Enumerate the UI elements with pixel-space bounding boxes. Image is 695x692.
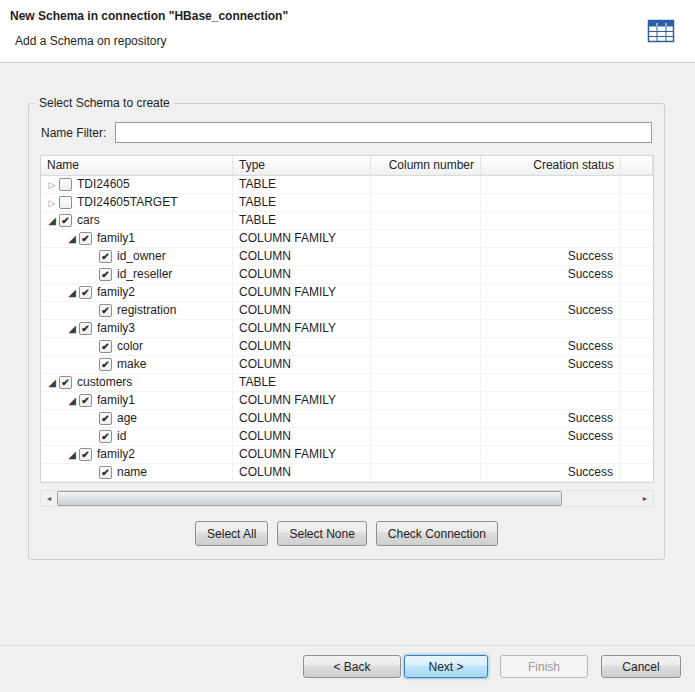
tree-expanded-arrow-icon[interactable]: ◢ — [65, 321, 79, 337]
row-spacer — [621, 266, 653, 283]
scroll-right-arrow-icon[interactable]: ► — [637, 491, 653, 506]
row-creation-status: Success — [481, 428, 621, 445]
row-checkbox[interactable]: ✔ — [99, 340, 112, 353]
row-creation-status: Success — [481, 464, 621, 481]
table-row[interactable]: ✔colorCOLUMNSuccess — [41, 338, 653, 356]
tree-expanded-arrow-icon[interactable]: ◢ — [65, 285, 79, 301]
row-name-label: family1 — [97, 392, 135, 409]
row-checkbox[interactable]: ✔ — [99, 466, 112, 479]
table-row[interactable]: ◢✔family3COLUMN FAMILY — [41, 320, 653, 338]
row-column-number — [371, 446, 481, 463]
row-checkbox[interactable] — [59, 196, 72, 209]
row-spacer — [621, 392, 653, 409]
row-creation-status: Success — [481, 302, 621, 319]
table-row[interactable]: ✔ageCOLUMNSuccess — [41, 410, 653, 428]
table-row[interactable]: ◢✔family1COLUMN FAMILY — [41, 230, 653, 248]
column-header-name[interactable]: Name — [41, 156, 233, 175]
row-name-label: make — [117, 356, 146, 373]
row-creation-status: Success — [481, 248, 621, 265]
tree-collapsed-arrow-icon[interactable]: ▷ — [45, 195, 59, 211]
table-row[interactable]: ◢✔family2COLUMN FAMILY — [41, 446, 653, 464]
row-column-number — [371, 194, 481, 211]
row-checkbox[interactable]: ✔ — [99, 250, 112, 263]
table-row[interactable]: ✔nameCOLUMNSuccess — [41, 464, 653, 482]
row-spacer — [621, 194, 653, 211]
row-checkbox[interactable]: ✔ — [79, 394, 92, 407]
table-row[interactable]: ◢✔family1COLUMN FAMILY — [41, 392, 653, 410]
row-spacer — [621, 302, 653, 319]
row-checkbox[interactable]: ✔ — [79, 286, 92, 299]
scrollbar-track[interactable] — [57, 491, 637, 506]
next-button[interactable]: Next > — [404, 655, 488, 678]
column-header-spacer[interactable] — [621, 156, 653, 175]
dialog-title: New Schema in connection "HBase_connecti… — [10, 9, 288, 23]
row-column-number — [371, 428, 481, 445]
column-header-column-number[interactable]: Column number — [371, 156, 481, 175]
cancel-button[interactable]: Cancel — [601, 655, 681, 678]
select-all-button[interactable]: Select All — [195, 521, 268, 546]
column-header-creation-status[interactable]: Creation status — [481, 156, 621, 175]
tree-expanded-arrow-icon[interactable]: ◢ — [45, 213, 59, 229]
row-column-number — [371, 464, 481, 481]
row-checkbox[interactable]: ✔ — [79, 448, 92, 461]
select-none-button[interactable]: Select None — [277, 521, 366, 546]
row-checkbox[interactable]: ✔ — [99, 304, 112, 317]
row-creation-status — [481, 320, 621, 337]
check-connection-button[interactable]: Check Connection — [376, 521, 498, 546]
table-row[interactable]: ▷TDI24605TABLE — [41, 176, 653, 194]
name-cell: ✔make — [41, 356, 233, 373]
name-filter-input[interactable] — [115, 122, 652, 143]
horizontal-scrollbar[interactable]: ◄ ► — [40, 490, 654, 507]
finish-button[interactable]: Finish — [500, 655, 588, 678]
new-schema-wizard-dialog: New Schema in connection "HBase_connecti… — [0, 0, 695, 692]
row-column-number — [371, 410, 481, 427]
table-row[interactable]: ✔registrationCOLUMNSuccess — [41, 302, 653, 320]
row-checkbox[interactable]: ✔ — [59, 214, 72, 227]
row-spacer — [621, 212, 653, 229]
table-row[interactable]: ◢✔customersTABLE — [41, 374, 653, 392]
back-button[interactable]: < Back — [303, 655, 401, 678]
scroll-left-arrow-icon[interactable]: ◄ — [41, 491, 57, 506]
row-spacer — [621, 356, 653, 373]
column-header-type[interactable]: Type — [233, 156, 371, 175]
row-column-number — [371, 212, 481, 229]
row-column-number — [371, 176, 481, 193]
row-checkbox[interactable]: ✔ — [99, 430, 112, 443]
table-row[interactable]: ▷TDI24605TARGETTABLE — [41, 194, 653, 212]
tree-collapsed-arrow-icon[interactable]: ▷ — [45, 177, 59, 193]
group-title: Select Schema to create — [35, 96, 174, 110]
table-row[interactable]: ◢✔carsTABLE — [41, 212, 653, 230]
row-type: COLUMN FAMILY — [233, 392, 371, 409]
table-row[interactable]: ✔id_ownerCOLUMNSuccess — [41, 248, 653, 266]
row-column-number — [371, 248, 481, 265]
name-cell: ✔color — [41, 338, 233, 355]
name-cell: ◢✔family2 — [41, 284, 233, 301]
tree-expanded-arrow-icon[interactable]: ◢ — [65, 231, 79, 247]
row-checkbox[interactable]: ✔ — [99, 358, 112, 371]
row-name-label: id_owner — [117, 248, 166, 265]
tree-expanded-arrow-icon[interactable]: ◢ — [45, 375, 59, 391]
row-checkbox[interactable]: ✔ — [99, 412, 112, 425]
name-cell: ✔id — [41, 428, 233, 445]
row-spacer — [621, 230, 653, 247]
tree-expanded-arrow-icon[interactable]: ◢ — [65, 393, 79, 409]
row-column-number — [371, 230, 481, 247]
table-row[interactable]: ✔makeCOLUMNSuccess — [41, 356, 653, 374]
row-spacer — [621, 320, 653, 337]
row-checkbox[interactable]: ✔ — [79, 322, 92, 335]
row-spacer — [621, 446, 653, 463]
row-creation-status — [481, 446, 621, 463]
row-checkbox[interactable] — [59, 178, 72, 191]
row-creation-status — [481, 212, 621, 229]
tree-expanded-arrow-icon[interactable]: ◢ — [65, 447, 79, 463]
row-column-number — [371, 302, 481, 319]
scrollbar-thumb[interactable] — [57, 491, 562, 506]
name-cell: ▷TDI24605 — [41, 176, 233, 193]
row-checkbox[interactable]: ✔ — [79, 232, 92, 245]
table-row[interactable]: ◢✔family2COLUMN FAMILY — [41, 284, 653, 302]
row-checkbox[interactable]: ✔ — [99, 268, 112, 281]
table-row[interactable]: ✔id_resellerCOLUMNSuccess — [41, 266, 653, 284]
dialog-header: New Schema in connection "HBase_connecti… — [0, 0, 695, 63]
table-row[interactable]: ✔idCOLUMNSuccess — [41, 428, 653, 446]
row-checkbox[interactable]: ✔ — [59, 376, 72, 389]
